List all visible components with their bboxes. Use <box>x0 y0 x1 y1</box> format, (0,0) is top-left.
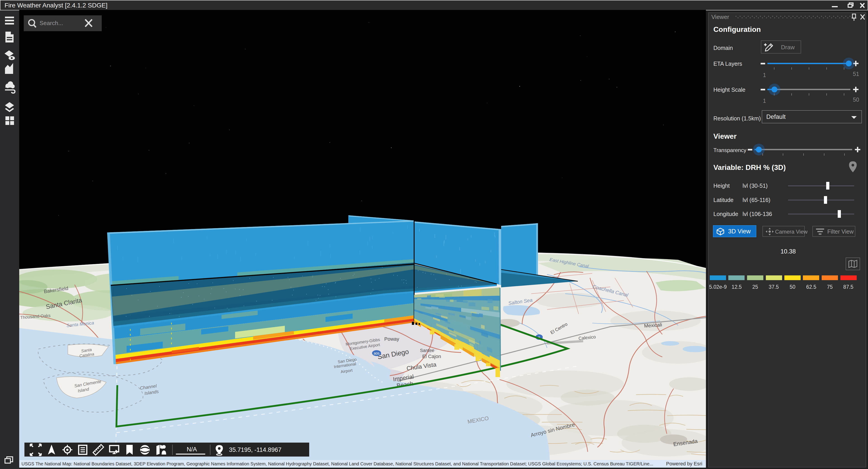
svg-text:Santee: Santee <box>420 348 434 353</box>
svg-text:El Cajon: El Cajon <box>422 354 441 359</box>
svg-text:35.7195, -114.8967: 35.7195, -114.8967 <box>229 446 281 453</box>
svg-text:Search...: Search... <box>39 20 63 27</box>
svg-text:805: 805 <box>374 351 379 355</box>
svg-text:N/A: N/A <box>187 446 197 453</box>
svg-text:Poway: Poway <box>384 336 399 342</box>
